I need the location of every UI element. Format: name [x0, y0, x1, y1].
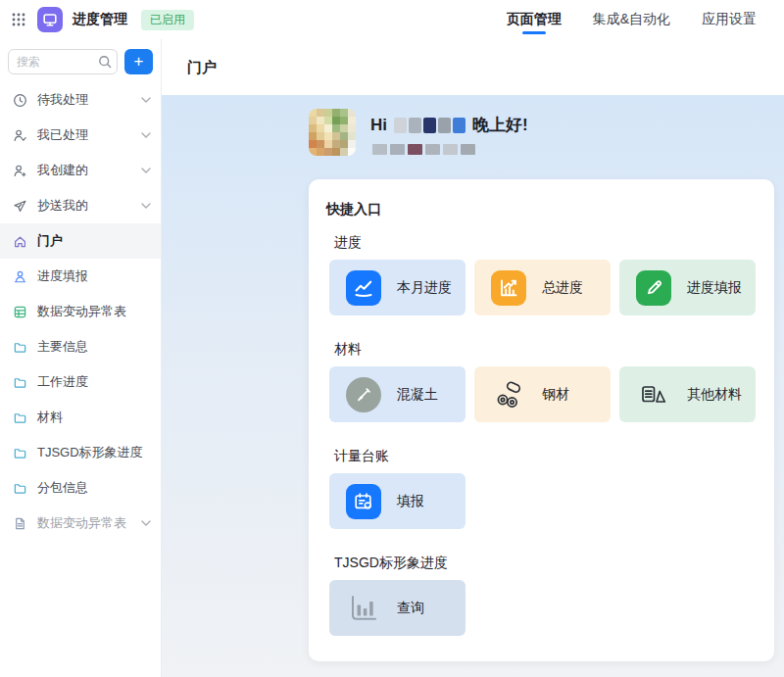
person-plus-icon — [12, 163, 27, 178]
greeting-prefix: Hi — [370, 116, 387, 135]
sidebar-item-label: TJSGD标形象进度 — [37, 444, 143, 461]
sidebar-item-portal[interactable]: 门户 — [0, 223, 161, 259]
sidebar-item-main-info[interactable]: 主要信息 — [0, 329, 161, 364]
section-ledger: 计量台账 填报 — [309, 448, 774, 529]
person-card-icon — [12, 268, 27, 284]
tab-page-management[interactable]: 页面管理 — [507, 0, 562, 39]
section-progress: 进度 本月进度 总进度 — [309, 234, 774, 315]
folder-icon — [12, 374, 27, 390]
doc-ruler-icon — [636, 377, 671, 412]
add-button[interactable]: + — [124, 49, 153, 74]
sidebar-item-label: 材料 — [37, 409, 63, 426]
chevron-down-icon — [141, 203, 151, 209]
sidebar-item-data-change-table-2[interactable]: 数据变动异常表 — [0, 506, 161, 541]
greeting-suffix: 晚上好! — [472, 114, 528, 136]
portal-content: Hi 晚上好! 快捷入口 进度 本月进度 — [162, 95, 784, 677]
page-title: 门户 — [187, 39, 784, 95]
sidebar-item-label: 抄送我的 — [37, 197, 88, 215]
redacted-subtitle — [372, 144, 528, 155]
tab-integration-automation[interactable]: 集成&自动化 — [593, 0, 670, 39]
chevron-down-icon — [141, 168, 151, 173]
tab-label: 集成&自动化 — [593, 11, 670, 28]
section-tjsgd: TJSGD标形象进度 查询 — [309, 555, 774, 636]
folder-icon — [12, 480, 27, 496]
search-icon — [98, 55, 112, 73]
topbar: 进度管理 已启用 页面管理 集成&自动化 应用设置 — [0, 0, 784, 39]
section-title: 进度 — [334, 234, 774, 252]
search-box — [8, 49, 118, 74]
topnav: 页面管理 集成&自动化 应用设置 — [507, 0, 784, 39]
greeting: Hi 晚上好! — [309, 109, 528, 156]
home-icon — [12, 233, 27, 249]
sidebar-item-tjsgd-progress[interactable]: TJSGD标形象进度 — [0, 435, 161, 470]
folder-icon — [12, 410, 27, 425]
chevron-down-icon — [141, 97, 151, 103]
apps-grid-icon[interactable] — [10, 11, 27, 28]
person-check-icon — [12, 127, 27, 143]
sidebar-item-work-progress[interactable]: 工作进度 — [0, 364, 161, 400]
sidebar-item-materials[interactable]: 材料 — [0, 400, 161, 435]
sidebar-item-label: 进度填报 — [37, 267, 88, 285]
tab-label: 应用设置 — [702, 11, 757, 28]
quick-entry-title: 快捷入口 — [326, 201, 774, 218]
table-icon — [12, 304, 27, 319]
sidebar-item-label: 数据变动异常表 — [37, 303, 126, 320]
steel-pipes-icon — [491, 377, 526, 412]
sidebar-item-created[interactable]: 我创建的 — [0, 153, 161, 188]
sidebar-item-label: 门户 — [37, 232, 63, 250]
app-logo-icon — [37, 7, 63, 32]
section-materials: 材料 混凝土 钢材 — [309, 341, 774, 422]
redacted-username — [394, 118, 466, 133]
tile-steel[interactable]: 钢材 — [474, 366, 611, 422]
tile-other-materials[interactable]: 其他材料 — [619, 366, 756, 422]
calendar-check-icon — [346, 484, 381, 519]
sidebar-menu: 待我处理 我已处理 我创建的 — [0, 82, 161, 541]
sidebar-item-cc[interactable]: 抄送我的 — [0, 188, 161, 223]
tile-total-progress[interactable]: 总进度 — [474, 260, 611, 315]
topbar-left: 进度管理 已启用 — [0, 7, 194, 32]
document-icon — [12, 515, 27, 531]
folder-icon — [12, 445, 27, 460]
sidebar: + 待我处理 我已处理 我创建的 — [0, 39, 162, 677]
section-title: 计量台账 — [334, 448, 774, 465]
greeting-line: Hi 晚上好! — [370, 114, 528, 136]
sidebar-item-data-change-table[interactable]: 数据变动异常表 — [0, 294, 161, 329]
sidebar-item-label: 我已处理 — [37, 126, 88, 144]
section-title: TJSGD标形象进度 — [334, 555, 774, 572]
tile-concrete[interactable]: 混凝土 — [329, 366, 466, 422]
folder-icon — [12, 339, 27, 355]
status-badge: 已启用 — [141, 10, 194, 30]
tile-progress-filling[interactable]: 进度填报 — [619, 260, 756, 315]
section-title: 材料 — [334, 341, 774, 359]
sidebar-item-label: 我创建的 — [37, 162, 88, 179]
active-tab-underline — [522, 31, 546, 34]
tile-ledger-filling[interactable]: 填报 — [329, 473, 466, 529]
avatar — [309, 109, 356, 156]
chevron-down-icon — [141, 520, 151, 526]
trowel-icon — [346, 377, 381, 412]
bar-chart-gray-icon — [346, 591, 381, 626]
sidebar-item-progress-filling[interactable]: 进度填报 — [0, 259, 161, 294]
page-header: 门户 — [162, 39, 784, 95]
tab-label: 页面管理 — [507, 11, 562, 28]
quick-entry-card: 快捷入口 进度 本月进度 总进度 — [309, 179, 774, 661]
sidebar-item-pending[interactable]: 待我处理 — [0, 82, 161, 118]
tab-app-settings[interactable]: 应用设置 — [702, 0, 757, 39]
clock-icon — [12, 92, 27, 108]
sidebar-item-label: 数据变动异常表 — [37, 514, 126, 532]
tile-query[interactable]: 查询 — [329, 580, 466, 636]
app-title: 进度管理 — [73, 11, 127, 28]
send-icon — [12, 198, 27, 214]
sidebar-item-label: 主要信息 — [37, 338, 88, 356]
sidebar-item-label: 待我处理 — [37, 91, 88, 109]
line-chart-icon — [346, 270, 381, 306]
sidebar-item-processed[interactable]: 我已处理 — [0, 118, 161, 153]
chevron-down-icon — [141, 132, 151, 138]
sidebar-item-label: 分包信息 — [37, 479, 88, 497]
tile-monthly-progress[interactable]: 本月进度 — [329, 260, 466, 315]
sidebar-item-label: 工作进度 — [37, 373, 88, 391]
pencil-icon — [636, 270, 671, 306]
sidebar-item-subcontract-info[interactable]: 分包信息 — [0, 470, 161, 506]
bar-chart-icon — [491, 270, 526, 306]
